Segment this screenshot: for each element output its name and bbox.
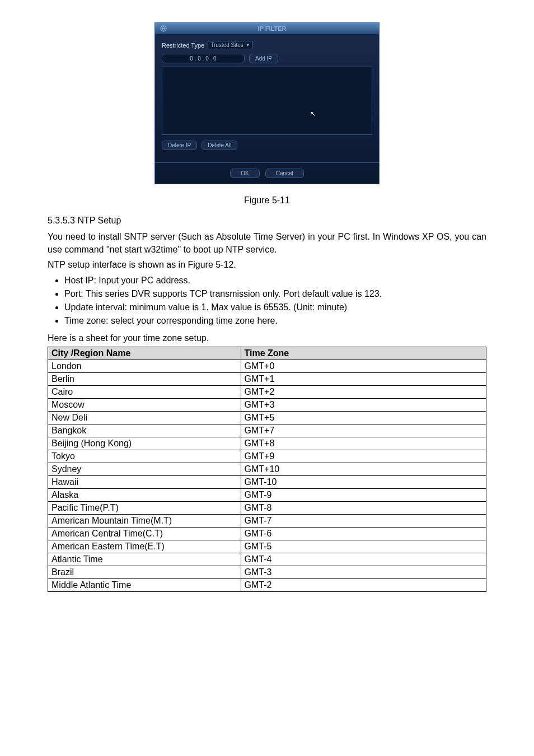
table-row: Atlantic TimeGMT-4 — [48, 553, 486, 566]
city-cell: London — [48, 360, 241, 372]
dialog-body: Restricted Type Trusted Sites ▼ 0 . 0 . … — [155, 34, 379, 162]
city-cell: American Central Time(C.T) — [48, 527, 241, 540]
list-item: Port: This series DVR supports TCP trans… — [64, 287, 486, 301]
cursor-icon: ↖ — [310, 110, 316, 118]
table-row: Pacific Time(P.T)GMT-8 — [48, 501, 486, 514]
col-header-zone: Time Zone — [241, 347, 486, 360]
figure-caption: Figure 5-11 — [48, 195, 486, 206]
zone-cell: GMT+3 — [241, 398, 486, 411]
table-row: HawaiiGMT-10 — [48, 475, 486, 488]
city-cell: Brazil — [48, 566, 241, 578]
zone-cell: GMT-5 — [241, 540, 486, 553]
table-row: AlaskaGMT-9 — [48, 488, 486, 501]
city-cell: Middle Atlantic Time — [48, 578, 241, 591]
table-row: Middle Atlantic TimeGMT-2 — [48, 578, 486, 591]
dialog-screenshot: IP FILTER Restricted Type Trusted Sites … — [48, 22, 486, 184]
city-cell: American Mountain Time(M.T) — [48, 514, 241, 527]
list-item: Update interval: minimum value is 1. Max… — [64, 301, 486, 314]
city-cell: Tokyo — [48, 450, 241, 463]
zone-cell: GMT+2 — [241, 385, 486, 398]
table-row: American Mountain Time(M.T)GMT-7 — [48, 514, 486, 527]
table-header-row: City /Region Name Time Zone — [48, 347, 486, 360]
table-row: MoscowGMT+3 — [48, 398, 486, 411]
timezone-table: City /Region Name Time Zone LondonGMT+0B… — [48, 347, 486, 592]
city-cell: Alaska — [48, 488, 241, 501]
city-cell: Berlin — [48, 372, 241, 385]
table-row: BrazilGMT-3 — [48, 566, 486, 578]
zone-cell: GMT-9 — [241, 488, 486, 501]
zone-cell: GMT+9 — [241, 450, 486, 463]
dialog-title: IP FILTER — [170, 25, 374, 32]
table-row: BerlinGMT+1 — [48, 372, 486, 385]
zone-cell: GMT-2 — [241, 578, 486, 591]
zone-cell: GMT-8 — [241, 501, 486, 514]
zone-cell: GMT-6 — [241, 527, 486, 540]
zone-cell: GMT+5 — [241, 411, 486, 424]
table-row: CairoGMT+2 — [48, 385, 486, 398]
zone-cell: GMT+8 — [241, 437, 486, 450]
zone-cell: GMT+7 — [241, 424, 486, 437]
table-row: TokyoGMT+9 — [48, 450, 486, 463]
ok-button[interactable]: OK — [230, 169, 259, 178]
table-row: New DeliGMT+5 — [48, 411, 486, 424]
dialog-footer: OK Cancel — [155, 162, 379, 184]
delete-ip-button[interactable]: Delete IP — [162, 141, 197, 150]
add-ip-button[interactable]: Add IP — [249, 54, 278, 63]
table-row: SydneyGMT+10 — [48, 463, 486, 475]
city-cell: Bangkok — [48, 424, 241, 437]
city-cell: Beijing (Hong Kong) — [48, 437, 241, 450]
zone-cell: GMT+0 — [241, 360, 486, 372]
zone-cell: GMT-4 — [241, 553, 486, 566]
city-cell: Pacific Time(P.T) — [48, 501, 241, 514]
section-heading: 5.3.5.3 NTP Setup — [48, 216, 486, 226]
paragraph-2: NTP setup interface is shown as in Figur… — [48, 258, 486, 271]
city-cell: Atlantic Time — [48, 553, 241, 566]
city-cell: Hawaii — [48, 475, 241, 488]
table-row: American Central Time(C.T)GMT-6 — [48, 527, 486, 540]
city-cell: Moscow — [48, 398, 241, 411]
sheet-note: Here is a sheet for your time zone setup… — [48, 333, 486, 343]
table-row: American Eastern Time(E.T)GMT-5 — [48, 540, 486, 553]
dialog-titlebar: IP FILTER — [155, 23, 379, 34]
zone-cell: GMT-3 — [241, 566, 486, 578]
chevron-down-icon: ▼ — [246, 43, 250, 48]
bullet-list: Host IP: Input your PC address. Port: Th… — [48, 274, 486, 328]
table-row: BangkokGMT+7 — [48, 424, 486, 437]
city-cell: New Deli — [48, 411, 241, 424]
delete-buttons-row: Delete IP Delete All — [162, 141, 372, 150]
list-item: Time zone: select your corresponding tim… — [64, 314, 486, 328]
cancel-button[interactable]: Cancel — [265, 169, 304, 178]
ip-filter-dialog: IP FILTER Restricted Type Trusted Sites … — [154, 22, 380, 184]
ip-address-input[interactable]: 0 . 0 . 0 . 0 — [162, 54, 245, 63]
list-item: Host IP: Input your PC address. — [64, 274, 486, 287]
city-cell: American Eastern Time(E.T) — [48, 540, 241, 553]
delete-all-button[interactable]: Delete All — [202, 141, 237, 150]
paragraph-1: You need to install SNTP server (Such as… — [48, 230, 486, 256]
city-cell: Sydney — [48, 463, 241, 475]
table-row: LondonGMT+0 — [48, 360, 486, 372]
zone-cell: GMT+10 — [241, 463, 486, 475]
restricted-type-label: Restricted Type — [162, 42, 204, 49]
col-header-city: City /Region Name — [48, 347, 241, 360]
city-cell: Cairo — [48, 385, 241, 398]
zone-cell: GMT-10 — [241, 475, 486, 488]
zone-cell: GMT-7 — [241, 514, 486, 527]
restricted-type-value: Trusted Sites — [210, 42, 243, 48]
table-row: Beijing (Hong Kong)GMT+8 — [48, 437, 486, 450]
zone-cell: GMT+1 — [241, 372, 486, 385]
restricted-type-dropdown[interactable]: Trusted Sites ▼ — [208, 41, 252, 49]
ip-entry-row: 0 . 0 . 0 . 0 Add IP — [162, 54, 372, 63]
restricted-type-row: Restricted Type Trusted Sites ▼ — [162, 41, 372, 49]
ip-list-box[interactable]: ↖ — [162, 67, 372, 135]
network-icon — [160, 25, 167, 32]
